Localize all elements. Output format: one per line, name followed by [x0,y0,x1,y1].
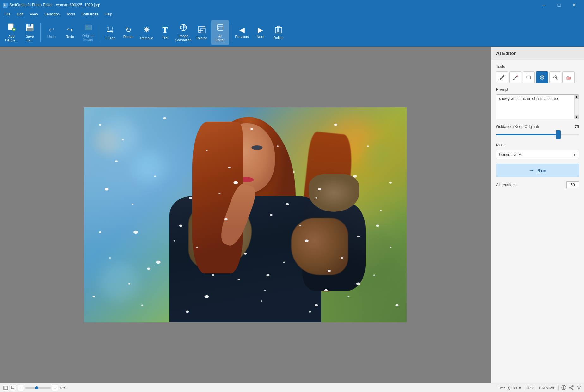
ai-editor-panel: AI Editor Tools [491,47,584,383]
svg-point-122 [578,387,580,388]
original-image-icon [84,24,92,33]
svg-rect-7 [28,24,31,27]
window-title: SoftOrbits AI Photo Editor - woman-60022… [9,3,101,7]
menu-view[interactable]: View [27,11,41,18]
undo-button[interactable]: ↩ Undo [43,20,60,45]
zoom-original-button[interactable] [10,385,16,391]
slider-thumb[interactable] [556,130,561,139]
slider-track [496,134,579,135]
menu-edit[interactable]: Edit [14,11,27,18]
time-value: 280.8 [513,386,521,390]
svg-line-101 [556,76,557,77]
remove-icon [143,25,151,35]
redo-label: Redo [66,35,74,39]
canvas-area [0,47,491,383]
time-label: Time (s): 280.8 [498,386,521,390]
menu-tools[interactable]: Tools [63,11,78,18]
text-label: Text [162,35,168,39]
run-button[interactable]: → Run [496,164,579,177]
iterations-row: AI Iterations 50 [496,181,579,188]
guidance-value: 75 [575,125,579,129]
guidance-slider[interactable] [496,132,579,138]
woman-figure [84,107,407,322]
prompt-textarea[interactable]: snowy white frozen christmass tree [496,95,574,119]
menu-help[interactable]: Help [101,11,116,18]
text-button[interactable]: T Text [156,20,174,45]
add-file-icon [7,23,16,33]
next-button[interactable]: ▶ Next [251,20,269,45]
zoom-in-button[interactable]: + [52,385,58,391]
crop-button[interactable]: 1 Crop [101,20,119,45]
remove-button[interactable]: Remove [138,20,156,45]
original-image-label: OriginalImage [82,34,94,41]
canvas-inner [0,47,491,383]
undo-icon: ↩ [49,27,54,34]
info-button[interactable] [561,385,566,391]
rotate-icon: ↻ [126,27,131,34]
svg-point-118 [569,387,571,388]
add-file-label: AddFile(s)... [5,34,18,42]
status-bar: − + 73% Time (s): 280.8 JPG 1920x1281 [0,383,584,392]
scroll-up-button[interactable]: ▲ [575,95,579,99]
tools-label: Tools [496,64,579,69]
svg-rect-14 [109,27,112,31]
ai-tools-row [496,71,579,83]
mode-section: Mode Generative Fill ▼ [496,143,579,159]
zoom-slider-thumb[interactable] [35,386,38,389]
svg-point-119 [572,389,573,390]
prompt-section: Prompt snowy white frozen christmass tre… [496,87,579,119]
run-arrow-icon: → [528,167,534,174]
close-button[interactable]: ✕ [567,0,581,10]
original-image-button[interactable]: OriginalImage [79,20,97,45]
guidance-section: Guidance (Keep Original) 75 [496,125,579,138]
menu-softorbits[interactable]: SoftOrbits [78,11,101,18]
redo-button[interactable]: ↪ Redo [61,20,79,45]
dimensions-value: 1920x1281 [539,386,556,390]
zoom-out-button[interactable]: − [18,385,24,391]
eraser-button[interactable] [562,71,575,83]
rotate-button[interactable]: ↻ Rotate [120,20,137,45]
status-divider-3 [558,385,559,390]
image-correction-label: ImageCorrection [175,34,192,42]
menu-selection[interactable]: Selection [41,11,63,18]
pencil-tool-button[interactable] [496,71,508,83]
image-correction-button[interactable]: ImageCorrection [175,20,192,45]
svg-rect-95 [527,76,531,79]
prompt-scrollbar[interactable]: ▲ ▼ [574,95,579,119]
format-value: JPG [526,386,533,390]
zoom-fit-button[interactable] [3,385,9,391]
guidance-row: Guidance (Keep Original) 75 [496,125,579,129]
save-as-label: Saveas... [26,34,34,42]
settings-button[interactable] [576,385,581,391]
ai-editor-button[interactable]: AIEditor [211,20,229,45]
mode-dropdown[interactable]: Generative Fill ▼ [496,150,579,159]
add-file-button[interactable]: AddFile(s)... [3,20,20,45]
separator-1 [40,23,41,42]
svg-point-116 [563,386,564,387]
lasso-tool-button[interactable] [536,71,548,83]
svg-rect-111 [4,387,7,389]
save-as-button[interactable]: Saveas... [21,20,39,45]
share-button[interactable] [569,385,574,391]
separator-3 [231,23,231,42]
brush-tool-button[interactable] [509,71,521,83]
previous-label: Previous [235,35,249,39]
toolbar: AddFile(s)... Saveas... ↩ Undo ↪ Redo [0,18,584,47]
mode-label: Mode [496,143,579,147]
minimize-button[interactable]: ─ [537,0,551,10]
run-label: Run [537,168,546,173]
menu-file[interactable]: File [1,11,14,18]
resize-button[interactable]: Resize [193,20,211,45]
title-bar-controls[interactable]: ─ □ ✕ [537,0,581,10]
svg-rect-28 [220,28,222,28]
text-icon: T [162,26,168,34]
previous-button[interactable]: ◀ Previous [233,20,251,45]
scroll-down-button[interactable]: ▼ [575,115,579,119]
remove-label: Remove [140,36,153,40]
photo-canvas[interactable] [84,107,407,322]
delete-button[interactable]: Delete [270,20,287,45]
zoom-slider[interactable] [25,387,51,389]
magic-wand-button[interactable] [549,71,561,83]
maximize-button[interactable]: □ [552,0,566,10]
rect-select-button[interactable] [523,71,535,83]
